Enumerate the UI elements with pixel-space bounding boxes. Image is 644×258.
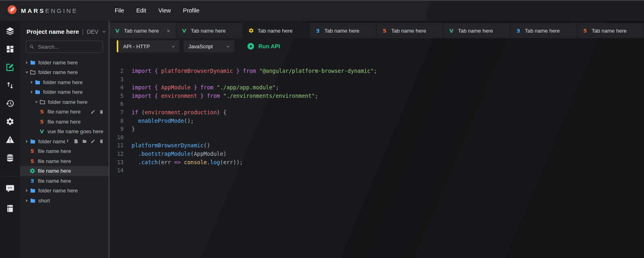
language-value: JavaScript: [188, 43, 213, 50]
tab-8[interactable]: 5Tab name here: [577, 23, 644, 38]
line-number: 6: [109, 101, 132, 109]
tree-file-row[interactable]: file name here: [20, 166, 109, 176]
rail-item-database[interactable]: [6, 153, 14, 162]
tab-vue-icon: V: [181, 28, 187, 33]
menu-item-view[interactable]: View: [158, 7, 171, 14]
rail-item-swap-vertical[interactable]: [6, 81, 14, 90]
line-number: 8: [109, 118, 132, 126]
file-label: file name here: [47, 109, 80, 115]
tree-folder-row[interactable]: folder name here: [20, 68, 109, 78]
menu-item-file[interactable]: File: [115, 7, 124, 14]
rail-item-dashboard[interactable]: [6, 45, 14, 54]
rail-top-group: [0, 21, 20, 162]
rail-bottom-group: [0, 176, 20, 213]
line-number: 10: [109, 134, 132, 142]
tab-css-icon: Ǝ: [515, 28, 521, 33]
editor-toolbar: API - HTTP JavaScript Run API: [117, 40, 280, 52]
new-folder-icon[interactable]: [82, 139, 87, 144]
tab-2[interactable]: VTab name here: [176, 23, 243, 38]
upload-icon[interactable]: [65, 139, 70, 144]
folder-open-icon: [39, 99, 45, 105]
tree-file-row[interactable]: 5file name here: [20, 156, 109, 166]
file-label: vue file name goes here: [47, 128, 103, 134]
rail-item-layers[interactable]: [6, 27, 14, 35]
tab-4[interactable]: ƎTab name here: [310, 23, 377, 38]
tree-folder-row[interactable]: folder name here: [20, 77, 109, 87]
run-api-button[interactable]: Run API: [247, 43, 280, 50]
code-text: .bootstrapModule(AppModule): [132, 151, 227, 159]
rail-item-history[interactable]: [6, 99, 14, 108]
file-label: file name here: [38, 178, 71, 184]
rail-item-edit-square[interactable]: [6, 63, 14, 72]
tree-file-row[interactable]: 5file name here: [20, 117, 109, 127]
delete-icon[interactable]: [99, 109, 104, 114]
project-header: Project name here | DEV: [20, 21, 109, 35]
menu-item-edit[interactable]: Edit: [136, 7, 146, 14]
new-file-icon[interactable]: [74, 139, 78, 144]
tab-1[interactable]: VTab name here×: [109, 23, 176, 38]
rail-item-book[interactable]: [6, 204, 14, 213]
file-label: file name here: [47, 119, 80, 125]
html-file-icon: 5: [29, 149, 35, 154]
tree-folder-row[interactable]: folder name: [20, 136, 109, 147]
caret-right-icon[interactable]: [24, 198, 29, 203]
css-file-icon: Ǝ: [29, 178, 35, 184]
chevron-down-icon[interactable]: [102, 29, 106, 34]
tree-folder-row[interactable]: folder name here: [20, 97, 109, 107]
rename-icon[interactable]: [91, 109, 95, 114]
caret-down-icon[interactable]: [34, 99, 39, 105]
run-api-label: Run API: [258, 43, 280, 50]
caret-right-icon[interactable]: [24, 60, 29, 65]
tab-css-icon: Ǝ: [315, 28, 321, 33]
endpoint-type-select[interactable]: API - HTTP: [117, 40, 180, 52]
caret-right-icon[interactable]: [24, 139, 29, 144]
html-file-icon: 5: [39, 119, 45, 124]
language-select[interactable]: JavaScript: [184, 40, 234, 52]
tree-file-row[interactable]: Vvue file name goes here: [20, 127, 109, 137]
rail-item-warning[interactable]: [6, 135, 14, 144]
delete-icon[interactable]: [99, 139, 104, 144]
tab-label: Tab name here: [391, 28, 426, 34]
rename-icon[interactable]: [91, 139, 95, 144]
search-input[interactable]: [37, 43, 99, 50]
search-box[interactable]: [26, 41, 103, 53]
tree-file-row[interactable]: 5file name here: [20, 147, 109, 157]
tree-folder-row[interactable]: folder name here: [20, 87, 109, 97]
folder-icon: [29, 60, 36, 66]
vue-file-icon: V: [39, 129, 45, 134]
header-separator: |: [82, 29, 84, 35]
tree-file-row[interactable]: 5file name here: [20, 107, 109, 117]
tree-folder-row[interactable]: folder name here: [20, 58, 109, 68]
chat-icon: [6, 184, 14, 193]
html-file-icon: 5: [39, 109, 45, 114]
main-area: VTab name here×VTab name hereTab name he…: [109, 21, 644, 258]
tab-7[interactable]: ƎTab name here: [510, 23, 577, 38]
tab-3[interactable]: Tab name here: [243, 23, 310, 38]
line-number: 7: [109, 109, 132, 118]
close-icon[interactable]: ×: [166, 28, 171, 34]
file-label: file name here: [38, 148, 71, 154]
caret-right-icon[interactable]: [29, 80, 34, 85]
html-file-icon: 5: [29, 159, 35, 164]
chevron-down-icon: [226, 44, 230, 49]
menu-item-profile[interactable]: Profile: [183, 7, 200, 14]
top-bar: MARSENGINE FileEditViewProfile: [0, 0, 644, 21]
menu-bar: FileEditViewProfile: [115, 7, 200, 14]
tree-folder-row[interactable]: short: [20, 196, 109, 206]
tab-label: Tab name here: [458, 28, 493, 34]
caret-right-icon[interactable]: [24, 188, 29, 193]
file-label: file name here: [38, 158, 71, 164]
caret-right-icon[interactable]: [29, 89, 34, 95]
tree-folder-row[interactable]: folder name here: [20, 186, 109, 196]
code-editor[interactable]: 2import { platformBrowserDynamic } from …: [109, 68, 644, 175]
tab-5[interactable]: 5Tab name here: [377, 23, 444, 38]
environment-selector[interactable]: DEV: [87, 29, 99, 35]
tab-6[interactable]: VTab name here: [444, 23, 510, 38]
brand-name-secondary: ENGINE: [45, 7, 78, 14]
tree-file-row[interactable]: Ǝfile name here: [20, 176, 109, 186]
rail-item-settings[interactable]: [6, 117, 14, 126]
caret-down-icon[interactable]: [24, 70, 29, 75]
rail-item-chat[interactable]: [6, 184, 14, 193]
tab-label: Tab name here: [592, 28, 627, 34]
code-text: }: [132, 126, 135, 134]
